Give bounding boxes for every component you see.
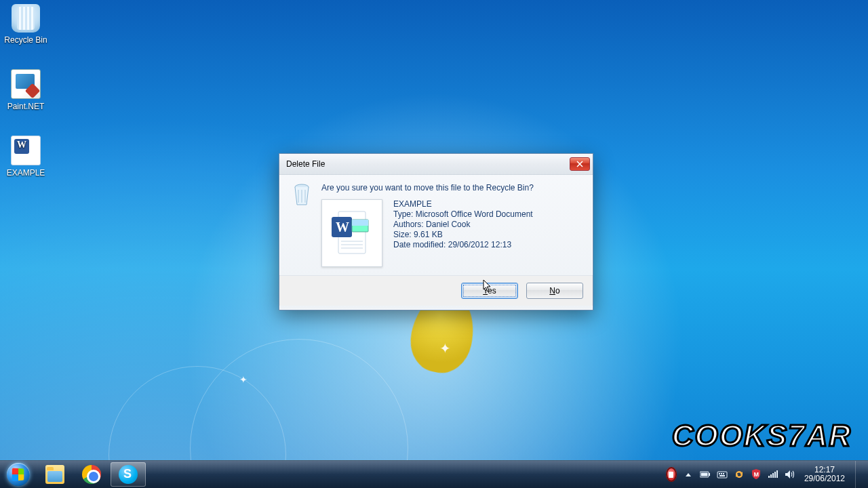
tray-snagit-icon[interactable]: [666, 469, 677, 480]
recycle-bin-icon: [292, 183, 312, 207]
tray-date: 29/06/2012: [804, 474, 845, 483]
dialog-titlebar[interactable]: Delete File: [279, 154, 593, 175]
svg-rect-5: [352, 220, 368, 226]
show-desktop-button[interactable]: [855, 461, 863, 488]
delete-file-dialog: Delete File Are you sure you want to mov…: [279, 153, 593, 310]
svg-rect-21: [774, 472, 776, 478]
svg-rect-16: [719, 475, 725, 476]
taskbar-item-chrome[interactable]: [74, 462, 109, 487]
close-button[interactable]: [570, 157, 590, 171]
svg-rect-14: [721, 473, 722, 474]
svg-rect-15: [723, 473, 724, 474]
windows-logo-icon: [7, 463, 30, 486]
taskbar-item-skype[interactable]: [111, 462, 146, 487]
tray-battery-icon[interactable]: [700, 469, 711, 480]
taskbar: M 12:17 29/06/2012: [0, 460, 868, 488]
close-icon: [576, 161, 583, 167]
tray-update-icon[interactable]: [734, 469, 745, 480]
tray-wifi-icon[interactable]: [768, 469, 778, 480]
tray-keyboard-icon[interactable]: [717, 469, 728, 480]
explorer-icon: [45, 465, 64, 484]
recycle-bin-icon: [12, 4, 40, 33]
watermark-text: COOKS7AR: [672, 419, 852, 453]
desktop-icon-paintnet[interactable]: Paint.NET: [0, 69, 52, 111]
desktop-icon-label: Recycle Bin: [0, 35, 52, 45]
file-modified: Date modified: 29/06/2012 12:13: [393, 240, 533, 249]
skype-icon: [119, 465, 138, 484]
no-button[interactable]: No: [526, 283, 583, 299]
tray-show-hidden-icon[interactable]: [683, 469, 694, 480]
file-size: Size: 9.61 KB: [393, 230, 533, 239]
tray-antivirus-icon[interactable]: M: [751, 469, 762, 480]
wallpaper-sparkle: ✦: [439, 340, 451, 357]
svg-rect-11: [701, 473, 707, 476]
word-doc-icon: [11, 136, 41, 165]
word-doc-icon: W: [332, 210, 372, 256]
dialog-title: Delete File: [286, 159, 570, 169]
yes-button[interactable]: Yes: [461, 283, 518, 299]
svg-text:W: W: [336, 220, 349, 235]
dialog-footer: Yes No: [279, 275, 593, 306]
svg-rect-20: [772, 473, 774, 478]
file-metadata: EXAMPLE Type: Microsoft Office Word Docu…: [393, 199, 533, 267]
dialog-body: Are you sure you want to move this file …: [279, 175, 593, 275]
svg-rect-18: [768, 476, 770, 478]
desktop-icon-label: EXAMPLE: [0, 168, 52, 178]
svg-rect-22: [776, 470, 778, 478]
svg-rect-13: [719, 473, 720, 474]
file-authors: Authors: Daniel Cook: [393, 220, 533, 229]
svg-text:M: M: [753, 471, 759, 478]
svg-rect-10: [709, 473, 710, 476]
tray-clock[interactable]: 12:17 29/06/2012: [802, 466, 848, 483]
desktop-icon-recycle-bin[interactable]: Recycle Bin: [0, 4, 52, 45]
taskbar-item-explorer[interactable]: [37, 462, 73, 487]
file-name: EXAMPLE: [393, 199, 533, 209]
dialog-message-area: Are you sure you want to move this file …: [321, 183, 580, 275]
start-button[interactable]: [0, 461, 37, 488]
chrome-icon: [82, 465, 101, 484]
svg-rect-19: [770, 474, 772, 478]
desktop-icon-label: Paint.NET: [0, 102, 52, 111]
wallpaper-sparkle: ✦: [239, 374, 248, 385]
tray-volume-icon[interactable]: [785, 469, 795, 480]
svg-rect-12: [717, 472, 727, 478]
dialog-message: Are you sure you want to move this file …: [321, 183, 580, 192]
file-type: Type: Microsoft Office Word Document: [393, 209, 533, 219]
system-tray: M 12:17 29/06/2012: [662, 461, 868, 488]
paintnet-icon: [11, 69, 41, 99]
file-thumbnail: W: [321, 199, 382, 267]
desktop-icon-example[interactable]: EXAMPLE: [0, 136, 52, 178]
